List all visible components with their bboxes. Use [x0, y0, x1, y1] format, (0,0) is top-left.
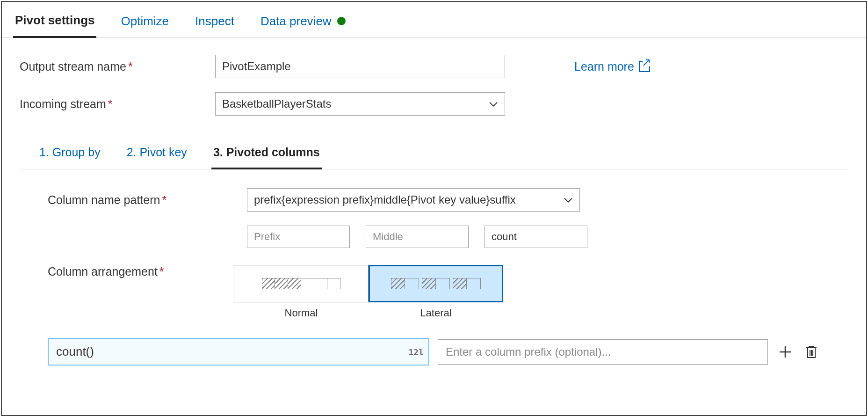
normal-pattern-icon — [262, 278, 340, 289]
column-prefix-input[interactable] — [438, 339, 768, 365]
tab-data-preview[interactable]: Data preview — [259, 11, 347, 37]
main-tabs: Pivot settings Optimize Inspect Data pre… — [2, 2, 866, 38]
delete-button[interactable] — [803, 343, 820, 361]
status-dot-icon — [337, 17, 346, 25]
learn-more-link[interactable]: Learn more — [574, 60, 650, 73]
lateral-pattern-icon — [391, 278, 481, 289]
arrangement-lateral-label: Lateral — [420, 307, 451, 319]
external-link-icon — [639, 61, 650, 72]
output-stream-label: Output stream name* — [20, 60, 202, 73]
chevron-down-icon — [564, 197, 572, 205]
column-name-pattern-row: Column name pattern* prefix{expression p… — [48, 188, 831, 212]
output-stream-label-text: Output stream name — [20, 60, 126, 73]
form-body: Output stream name* Learn more Incoming … — [2, 38, 866, 366]
incoming-stream-row: Incoming stream* BasketballPlayerStats — [20, 92, 848, 116]
column-arrangement-label-text: Column arrangement — [48, 265, 158, 278]
arrangement-lateral-option[interactable] — [369, 265, 503, 302]
column-name-pattern-value: prefix{expression prefix}middle{Pivot ke… — [247, 188, 580, 212]
pivot-settings-panel: Pivot settings Optimize Inspect Data pre… — [1, 1, 867, 416]
tab-pivot-settings[interactable]: Pivot settings — [13, 10, 96, 38]
column-arrangement-toggle: Normal Lateral — [234, 265, 503, 319]
output-stream-input[interactable] — [215, 55, 505, 78]
column-name-pattern-select[interactable]: prefix{expression prefix}middle{Pivot ke… — [247, 188, 580, 212]
column-arrangement-row: Column arrangement* Normal — [48, 265, 831, 319]
chevron-down-icon — [489, 101, 498, 110]
sub-tabs: 1. Group by 2. Pivot key 3. Pivoted colu… — [20, 130, 848, 169]
plus-icon — [778, 345, 792, 359]
expression-input[interactable] — [48, 338, 429, 366]
column-name-pattern-label: Column name pattern* — [48, 193, 234, 207]
learn-more-text: Learn more — [574, 60, 634, 73]
expression-container: 12l — [48, 338, 429, 366]
sub-tab-pivoted-columns[interactable]: 3. Pivoted columns — [211, 143, 322, 169]
pivoted-columns-section: Column name pattern* prefix{expression p… — [20, 169, 848, 319]
required-asterisk: * — [159, 265, 164, 278]
tab-inspect[interactable]: Inspect — [193, 11, 236, 37]
middle-input[interactable] — [366, 226, 469, 248]
required-asterisk: * — [162, 193, 166, 206]
column-arrangement-label: Column arrangement* — [48, 265, 234, 278]
tab-data-preview-label: Data preview — [260, 14, 332, 29]
column-name-pattern-label-text: Column name pattern — [48, 193, 160, 206]
incoming-stream-value: BasketballPlayerStats — [215, 92, 505, 116]
arrangement-normal-option[interactable] — [234, 265, 369, 302]
add-button[interactable] — [776, 343, 794, 361]
expression-row: 12l — [20, 338, 848, 366]
prefix-input[interactable] — [247, 226, 350, 248]
incoming-stream-select[interactable]: BasketballPlayerStats — [215, 92, 505, 116]
tab-optimize[interactable]: Optimize — [119, 11, 171, 37]
arrangement-normal-label: Normal — [285, 307, 318, 319]
pattern-parts-row — [247, 226, 831, 248]
sub-tab-group-by[interactable]: 1. Group by — [37, 143, 102, 169]
expression-type-badge: 12l — [408, 347, 424, 357]
suffix-input[interactable] — [485, 226, 587, 248]
trash-icon — [805, 345, 818, 359]
required-asterisk: * — [128, 60, 133, 73]
incoming-stream-label: Incoming stream* — [20, 97, 202, 111]
incoming-stream-label-text: Incoming stream — [20, 97, 106, 110]
output-stream-row: Output stream name* Learn more — [20, 55, 848, 78]
required-asterisk: * — [108, 97, 113, 110]
sub-tab-pivot-key[interactable]: 2. Pivot key — [125, 143, 189, 169]
